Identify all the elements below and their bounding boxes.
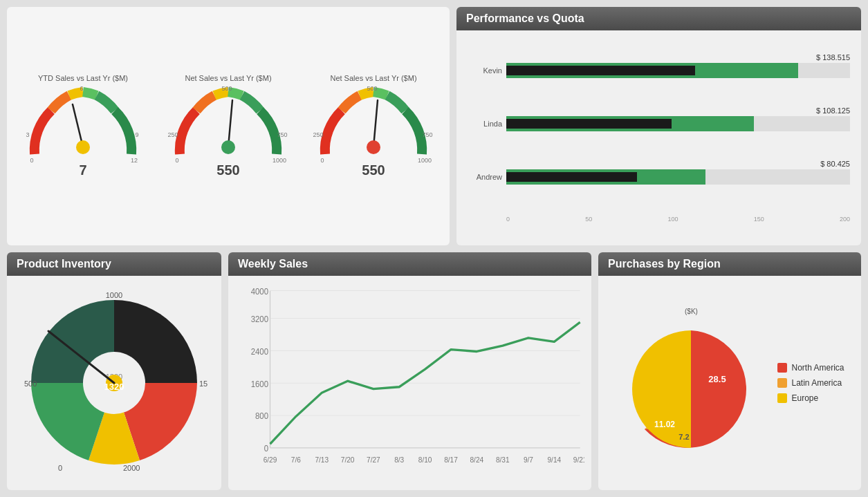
legend-latin-america: Latin America: [777, 378, 844, 388]
weekly-sales-header: Weekly Sales: [228, 252, 591, 276]
region-subtitle: ($K): [615, 308, 767, 315]
region-pie: 28.5 11.02 7.2: [615, 317, 767, 455]
svg-text:250: 250: [313, 131, 323, 138]
kevin-label: Kevin: [468, 66, 502, 75]
svg-text:1320: 1320: [104, 382, 124, 392]
region-body: ($K): [598, 276, 861, 491]
svg-text:800: 800: [255, 411, 268, 420]
performance-panel: Performance vs Quota $ 138.515 Kevin: [456, 7, 861, 245]
svg-text:6/29: 6/29: [264, 456, 277, 464]
gauge-1-value: 7: [79, 162, 86, 178]
svg-text:9/21: 9/21: [573, 456, 584, 464]
gauge-2-value: 550: [216, 162, 239, 178]
svg-text:750: 750: [422, 131, 432, 138]
svg-text:0: 0: [175, 157, 178, 164]
svg-text:1600: 1600: [251, 379, 269, 388]
linda-label: Linda: [468, 120, 502, 128]
svg-text:9/14: 9/14: [548, 456, 562, 464]
svg-text:2000: 2000: [123, 464, 140, 472]
performance-header: Performance vs Quota: [456, 7, 861, 30]
svg-text:0: 0: [320, 157, 324, 164]
legend-label-la: Latin America: [791, 378, 842, 388]
kevin-bar-black: [506, 66, 695, 75]
svg-text:12: 12: [131, 157, 138, 164]
gauges-panel: YTD Sales vs Last Yr ($M) 0 3 6 9 12: [7, 7, 450, 245]
gauge-3: Net Sales vs Last Yr ($M) 0 250 500 750 …: [308, 74, 439, 178]
linda-amount: $ 108.125: [468, 106, 850, 115]
svg-text:250: 250: [167, 131, 178, 138]
perf-row-linda: $ 108.125 Linda: [468, 106, 850, 131]
region-header: Purchases by Region: [598, 252, 861, 276]
svg-text:7.2: 7.2: [679, 433, 690, 441]
svg-text:4000: 4000: [251, 286, 269, 295]
legend-europe: Europe: [777, 393, 844, 403]
svg-text:9/7: 9/7: [524, 456, 533, 464]
svg-text:28.5: 28.5: [709, 374, 726, 384]
gauge-2: Net Sales vs Last Yr ($M) 0 250 500 750 …: [163, 74, 294, 178]
gauge-1-svg: 0 3 6 9 12: [21, 85, 145, 168]
inventory-header: Product Inventory: [7, 252, 221, 276]
gauge-1: YTD Sales vs Last Yr ($M) 0 3 6 9 12: [17, 74, 149, 178]
region-legend: North America Latin America Europe: [777, 363, 844, 403]
svg-text:0: 0: [30, 157, 33, 164]
region-panel: Purchases by Region ($K): [598, 252, 861, 491]
gauge-1-title: YTD Sales vs Last Yr ($M): [38, 74, 128, 82]
svg-text:8/3: 8/3: [394, 456, 404, 464]
svg-text:3: 3: [26, 131, 29, 138]
svg-text:500: 500: [367, 85, 377, 92]
gauge-2-svg: 0 250 500 750 1000: [166, 85, 290, 168]
svg-point-20: [367, 140, 380, 154]
svg-line-19: [373, 100, 378, 147]
andrew-label: Andrew: [468, 173, 502, 181]
svg-text:1500: 1500: [199, 379, 207, 388]
svg-text:6: 6: [80, 85, 83, 92]
svg-text:500: 500: [24, 379, 37, 388]
legend-color-na: [777, 363, 787, 373]
perf-row-kevin: $ 138.515 Kevin: [468, 53, 850, 78]
svg-text:0: 0: [264, 443, 269, 452]
perf-row-andrew: $ 80.425 Andrew: [468, 160, 850, 185]
svg-text:1000: 1000: [106, 291, 122, 299]
legend-label-na: North America: [791, 363, 844, 373]
legend-color-eu: [777, 393, 787, 403]
performance-body: $ 138.515 Kevin $ 108.125 Linda: [456, 30, 861, 245]
inventory-panel: Product Inventory: [7, 252, 221, 491]
svg-text:7/6: 7/6: [291, 456, 301, 464]
linda-bar-black: [506, 119, 672, 129]
svg-text:9: 9: [135, 131, 138, 138]
inventory-body: 1320 1000 1500 2000 0 500 1320: [7, 276, 221, 491]
inventory-chart: 1320 1000 1500 2000 0 500 1320: [21, 290, 207, 476]
svg-text:1000: 1000: [273, 157, 286, 164]
svg-text:7/13: 7/13: [315, 456, 329, 464]
kevin-bar-bg: [506, 63, 850, 78]
kevin-amount: $ 138.515: [468, 53, 850, 62]
linda-bar-bg: [506, 116, 850, 131]
andrew-amount: $ 80.425: [468, 160, 850, 168]
gauge-2-title: Net Sales vs Last Yr ($M): [185, 74, 271, 82]
gauge-3-title: Net Sales vs Last Yr ($M): [330, 74, 416, 82]
svg-text:7/20: 7/20: [341, 456, 355, 464]
svg-text:750: 750: [277, 131, 287, 138]
legend-color-la: [777, 378, 787, 388]
svg-text:7/27: 7/27: [367, 456, 380, 464]
andrew-bar-bg: [506, 169, 850, 185]
weekly-sales-chart: 0 800 1600 2400 3200 4000 6/29 7/6 7/13 …: [235, 281, 584, 485]
gauge-3-value: 550: [362, 162, 385, 178]
region-chart: ($K): [615, 308, 767, 458]
andrew-bar-black: [506, 172, 637, 182]
svg-point-6: [76, 140, 90, 154]
perf-axis: 0 50 100 150 200: [468, 216, 850, 223]
svg-text:2400: 2400: [251, 346, 269, 355]
gauge-3-svg: 0 250 500 750 1000: [311, 85, 436, 168]
svg-text:11.02: 11.02: [654, 420, 675, 429]
svg-text:8/24: 8/24: [470, 456, 484, 464]
legend-label-eu: Europe: [791, 393, 818, 403]
svg-text:1000: 1000: [418, 157, 432, 164]
weekly-sales-body: 0 800 1600 2400 3200 4000 6/29 7/6 7/13 …: [228, 276, 591, 491]
svg-text:8/17: 8/17: [444, 456, 458, 464]
legend-north-america: North America: [777, 363, 844, 373]
svg-text:0: 0: [58, 464, 62, 472]
svg-text:8/31: 8/31: [496, 456, 510, 464]
svg-line-12: [228, 100, 232, 147]
svg-point-13: [221, 140, 235, 154]
